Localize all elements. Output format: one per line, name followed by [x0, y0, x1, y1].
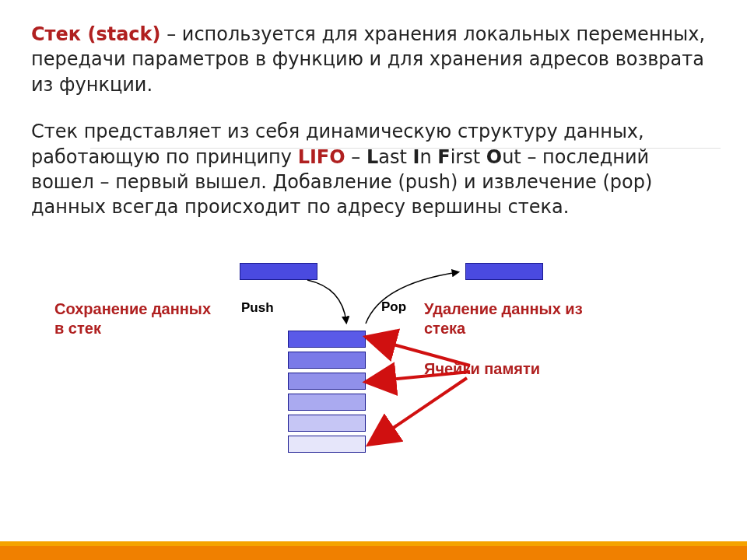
- paragraph-definition: Стек (stack) – используется для хранения…: [31, 22, 716, 97]
- memory-arrow-2-icon: [374, 372, 470, 381]
- cap-f: F: [437, 146, 450, 168]
- lifo-acronym: LIFO: [298, 146, 345, 168]
- slide: Стек (stack) – используется для хранения…: [0, 0, 747, 560]
- push-arrow-icon: [307, 280, 346, 322]
- footer-stripe-main: [0, 546, 747, 560]
- diagram-arrows: [0, 257, 747, 490]
- pop-arrow-icon: [366, 272, 458, 324]
- footer: [0, 529, 747, 560]
- txt-ut: ut: [502, 146, 521, 168]
- stack-diagram: Push Pop Сохранение данных в стек Удален…: [0, 257, 747, 490]
- txt-ast: ast: [378, 146, 412, 168]
- txt-n: n: [419, 146, 437, 168]
- term-stack: Стек (stack): [31, 23, 161, 45]
- txt-irst: irst: [451, 146, 486, 168]
- memory-arrow-3-icon: [375, 378, 467, 440]
- dash-1: –: [345, 146, 366, 168]
- paragraph-lifo: Стек представляет из себя динамическую с…: [31, 119, 716, 220]
- memory-arrow-1-icon: [374, 339, 470, 366]
- cap-l: L: [366, 146, 378, 168]
- body-text: Стек (stack) – используется для хранения…: [31, 22, 716, 220]
- cap-o: O: [486, 146, 502, 168]
